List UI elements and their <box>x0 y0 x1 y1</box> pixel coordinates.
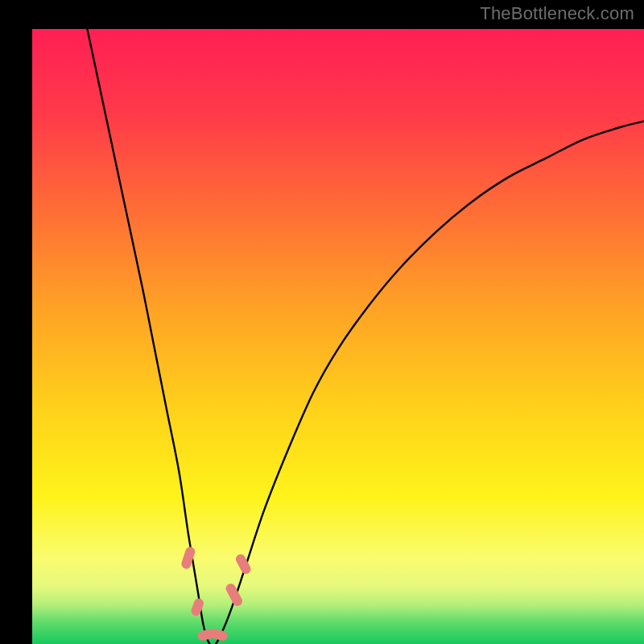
gradient-bg <box>32 29 644 644</box>
plot-area <box>32 29 644 644</box>
bottleneck-chart-svg <box>32 29 644 644</box>
watermark-label: TheBottleneck.com <box>480 3 634 24</box>
chart-frame: TheBottleneck.com <box>0 0 644 644</box>
